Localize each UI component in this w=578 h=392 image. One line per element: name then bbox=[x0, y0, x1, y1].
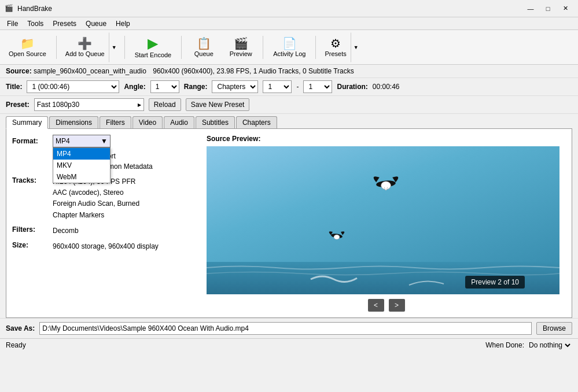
source-info: 960x400 (960x400), 23.98 FPS, 1 Audio Tr… bbox=[153, 67, 354, 75]
presets-button[interactable]: ⚙ Presets bbox=[321, 32, 350, 62]
maximize-button[interactable]: □ bbox=[540, 3, 556, 14]
svg-point-5 bbox=[334, 235, 340, 239]
format-option-webm[interactable]: WebM bbox=[53, 171, 110, 183]
start-encode-icon: ▶ bbox=[148, 36, 158, 50]
filters-label: Filters: bbox=[12, 225, 53, 236]
save-new-preset-button[interactable]: Save New Preset bbox=[186, 98, 250, 111]
open-source-label: Open Source bbox=[9, 50, 46, 57]
tabs: Summary Dimensions Filters Video Audio S… bbox=[0, 114, 578, 128]
format-dropdown-menu: MP4 MKV WebM bbox=[53, 147, 111, 183]
preset-expand-icon: ▶ bbox=[138, 102, 141, 108]
track-line-2: AAC (avcodec), Stereo bbox=[53, 187, 139, 198]
tab-subtitles[interactable]: Subtitles bbox=[196, 116, 235, 128]
info-section: Tracks: H.264 (x264), 30 FPS PFR AAC (av… bbox=[12, 176, 197, 252]
filters-row: Filters: Decomb bbox=[12, 225, 197, 236]
preset-row: Preset: Fast 1080p30 ▶ Reload Save New P… bbox=[0, 96, 578, 114]
separator-4 bbox=[263, 36, 263, 59]
angle-label: Angle: bbox=[124, 83, 145, 91]
format-dropdown-wrap: MP4 ▼ MP4 MKV WebM bbox=[53, 135, 111, 147]
format-row: Format: MP4 ▼ MP4 MKV WebM bbox=[12, 135, 197, 147]
save-as-label: Save As: bbox=[6, 324, 35, 332]
tab-summary[interactable]: Summary bbox=[6, 116, 48, 129]
filters-value: Decomb bbox=[53, 225, 79, 236]
start-encode-button[interactable]: ▶ Start Encode bbox=[130, 32, 177, 62]
chapter-end-select[interactable]: 1 bbox=[303, 80, 332, 93]
menu-help[interactable]: Help bbox=[111, 19, 135, 29]
preview-label: Preview bbox=[230, 50, 252, 57]
preset-label: Preset: bbox=[6, 101, 30, 109]
minimize-button[interactable]: — bbox=[522, 3, 539, 14]
when-done-label: When Done: bbox=[485, 341, 524, 349]
source-label: Source: bbox=[6, 67, 32, 75]
preview-badge: Preview 2 of 10 bbox=[465, 276, 525, 289]
track-line-3: Foreign Audio Scan, Burned bbox=[53, 198, 139, 209]
preview-panel: Source Preview: bbox=[207, 135, 566, 312]
preview-icon: 🎬 bbox=[234, 38, 248, 49]
when-done-select[interactable]: Do nothing bbox=[527, 341, 572, 350]
add-to-queue-arrow[interactable]: ▼ bbox=[109, 32, 120, 62]
add-to-queue-split: ➕ Add to Queue ▼ bbox=[61, 32, 120, 62]
chapter-dash: - bbox=[296, 83, 299, 91]
preview-image: Preview 2 of 10 bbox=[207, 146, 559, 294]
svg-rect-0 bbox=[207, 146, 559, 262]
activity-log-icon: 📄 bbox=[282, 38, 297, 49]
separator-3 bbox=[181, 36, 182, 59]
add-to-queue-button[interactable]: ➕ Add to Queue bbox=[61, 32, 109, 62]
preview-nav: < > bbox=[207, 299, 566, 312]
preview-section-label: Source Preview: bbox=[207, 135, 566, 143]
tab-chapters[interactable]: Chapters bbox=[236, 116, 277, 128]
angle-select[interactable]: 1 bbox=[150, 80, 179, 93]
preview-next-button[interactable]: > bbox=[389, 299, 405, 312]
title-bar: 🎬 HandBrake — □ ✕ bbox=[0, 0, 578, 17]
activity-log-label: Activity Log bbox=[273, 50, 305, 57]
app-icon: 🎬 bbox=[5, 4, 14, 13]
save-as-input[interactable] bbox=[39, 322, 532, 335]
status-bar: Ready When Done: Do nothing bbox=[0, 338, 578, 352]
status-text: Ready bbox=[6, 341, 26, 349]
close-button[interactable]: ✕ bbox=[557, 3, 573, 14]
tracks-label: Tracks: bbox=[12, 176, 53, 221]
duration-value: 00:00:46 bbox=[373, 83, 400, 91]
menu-tools[interactable]: Tools bbox=[23, 19, 48, 29]
activity-log-button[interactable]: 📄 Activity Log bbox=[268, 32, 311, 62]
tab-audio[interactable]: Audio bbox=[164, 116, 194, 128]
queue-button[interactable]: 📋 Queue bbox=[186, 32, 221, 62]
menu-file[interactable]: File bbox=[2, 19, 23, 29]
preview-svg bbox=[207, 146, 559, 294]
queue-label: Queue bbox=[194, 50, 213, 57]
format-option-mkv[interactable]: MKV bbox=[53, 160, 110, 171]
source-bar: Source: sample_960x400_ocean_with_audio … bbox=[0, 65, 578, 78]
summary-left-panel: Format: MP4 ▼ MP4 MKV WebM iPod 5G Suppo… bbox=[12, 135, 197, 312]
tab-video[interactable]: Video bbox=[132, 116, 163, 128]
track-line-4: Chapter Markers bbox=[53, 210, 139, 221]
chapter-start-select[interactable]: 1 bbox=[263, 80, 292, 93]
menu-presets[interactable]: Presets bbox=[48, 19, 81, 29]
size-label: Size: bbox=[12, 241, 53, 252]
save-as-row: Save As: Browse bbox=[0, 318, 578, 338]
duration-label: Duration: bbox=[337, 83, 367, 91]
range-select[interactable]: Chapters bbox=[212, 80, 258, 93]
presets-arrow[interactable]: ▼ bbox=[351, 32, 362, 62]
browse-button[interactable]: Browse bbox=[536, 322, 572, 335]
preset-display[interactable]: Fast 1080p30 ▶ bbox=[34, 98, 144, 111]
open-source-icon: 📁 bbox=[20, 38, 35, 49]
preview-prev-button[interactable]: < bbox=[368, 299, 384, 312]
tab-dimensions[interactable]: Dimensions bbox=[49, 116, 98, 128]
format-option-mp4[interactable]: MP4 bbox=[53, 148, 110, 160]
open-source-button[interactable]: 📁 Open Source bbox=[3, 32, 51, 62]
menu-queue[interactable]: Queue bbox=[81, 19, 111, 29]
format-select[interactable]: MP4 ▼ bbox=[53, 135, 111, 147]
toolbar: 📁 Open Source ➕ Add to Queue ▼ ▶ Start E… bbox=[0, 30, 578, 65]
size-row: Size: 960x400 storage, 960x400 display bbox=[12, 241, 197, 252]
preview-button[interactable]: 🎬 Preview bbox=[223, 32, 258, 62]
start-encode-label: Start Encode bbox=[135, 51, 172, 58]
source-filename: sample_960x400_ocean_with_audio bbox=[34, 67, 146, 75]
menu-bar: File Tools Presets Queue Help bbox=[0, 17, 578, 30]
reload-button[interactable]: Reload bbox=[149, 98, 181, 111]
presets-label: Presets bbox=[325, 50, 346, 57]
format-selected-value: MP4 bbox=[56, 137, 70, 145]
tab-filters[interactable]: Filters bbox=[100, 116, 131, 128]
size-value: 960x400 storage, 960x400 display bbox=[53, 241, 159, 252]
separator-1 bbox=[56, 36, 57, 59]
title-select[interactable]: 1 (00:00:46) bbox=[27, 80, 119, 93]
